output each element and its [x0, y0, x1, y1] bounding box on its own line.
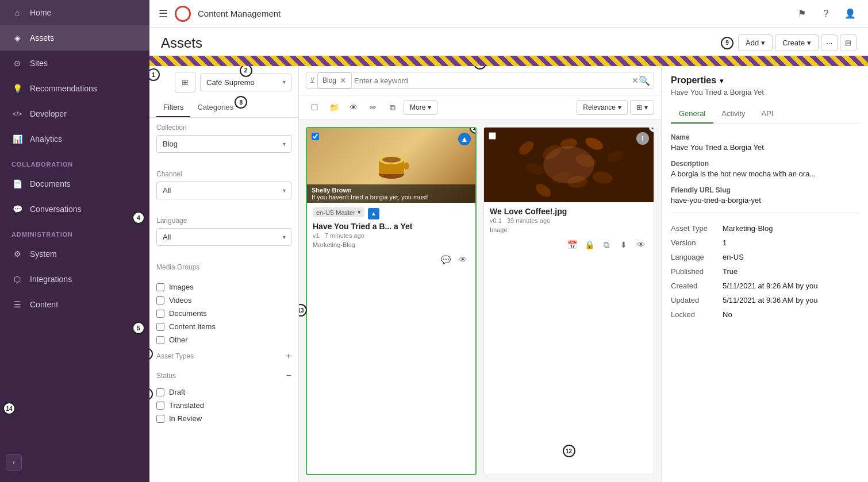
documents-checkbox[interactable]: [156, 310, 164, 318]
blog-filter-tag[interactable]: Blog ✕: [317, 72, 352, 88]
in-review-checkbox[interactable]: [156, 415, 164, 423]
app-logo: [175, 6, 191, 22]
slug-label: Friendly URL Slug: [671, 186, 859, 194]
content-row: 1 ⊞ 2 Café Supremo Filters Categ: [149, 66, 868, 482]
card1-description: If you haven't tried a borgia yet, you m…: [312, 194, 471, 200]
asset-card-1[interactable]: 10 Shelly Brown: [306, 127, 477, 475]
properties-panel: Properties ▾ Have You Tried a Borgia Yet…: [661, 66, 868, 482]
callout-3: 3: [474, 66, 486, 70]
tab-api[interactable]: API: [753, 105, 781, 124]
content-icon: ☰: [11, 299, 23, 310]
sidebar-item-analytics[interactable]: 📊 Analytics: [0, 126, 149, 152]
card2-meta: v0.1 39 minutes ago: [490, 217, 648, 224]
copy-icon-btn[interactable]: ⧉: [384, 99, 401, 116]
asset-card-2[interactable]: 11 12: [483, 127, 654, 475]
media-groups-section: Media Groups: [149, 257, 298, 280]
tab-activity[interactable]: Activity: [713, 105, 753, 124]
collection-dropdown[interactable]: Blog Marketing News: [156, 135, 291, 153]
callout-1: 1: [149, 68, 160, 81]
system-icon: ⚙: [11, 248, 23, 260]
grid-view-button[interactable]: ⊞ ▾: [630, 100, 654, 115]
search-clear-icon[interactable]: ✕: [632, 76, 639, 85]
preview-icon-btn[interactable]: 👁: [345, 99, 362, 116]
sidebar-item-documents[interactable]: 📄 Documents: [0, 171, 149, 196]
add-button[interactable]: Add ▾: [738, 34, 773, 51]
create-button[interactable]: Create ▾: [775, 34, 819, 51]
tab-general[interactable]: General: [671, 105, 713, 124]
locale-chevron: ▾: [358, 209, 361, 216]
card1-checkbox[interactable]: [312, 133, 319, 140]
videos-checkbox[interactable]: [156, 296, 164, 304]
tab-categories[interactable]: Categories: [190, 98, 240, 117]
panel-toggle-button[interactable]: ⊟: [840, 34, 857, 51]
user-icon[interactable]: 👤: [842, 5, 859, 22]
sidebar-collapse-button[interactable]: ‹: [6, 454, 22, 471]
language-value: en-US: [723, 250, 859, 264]
checkbox-translated[interactable]: Translated: [156, 399, 291, 412]
card2-lock-btn[interactable]: 🔒: [582, 238, 596, 252]
card2-copy-btn[interactable]: ⧉: [600, 238, 613, 252]
assets-grid: 10 Shelly Brown: [299, 120, 661, 482]
card1-chat-btn[interactable]: 💬: [439, 253, 452, 267]
language-dropdown[interactable]: All en-US es-ES: [156, 228, 291, 246]
checkbox-content-items[interactable]: Content Items: [156, 320, 291, 333]
filter-search-row: 1 ⊞ 2 Café Supremo: [149, 66, 298, 98]
callout-5: 5: [132, 322, 145, 334]
sidebar-item-conversations[interactable]: 💬 Conversations: [0, 196, 149, 222]
checkbox-videos[interactable]: Videos: [156, 294, 291, 307]
select-all-button[interactable]: ☐: [306, 99, 323, 116]
card1-image: Shelly Brown If you haven't tried a borg…: [307, 128, 475, 203]
filter-icon-button[interactable]: ⊞: [175, 72, 195, 92]
card1-preview-btn[interactable]: 👁: [456, 253, 470, 267]
tab-filters[interactable]: Filters: [156, 98, 190, 117]
more-actions-button[interactable]: More ▾: [404, 100, 437, 115]
hamburger-menu[interactable]: ☰: [159, 7, 168, 20]
checkbox-documents[interactable]: Documents: [156, 307, 291, 320]
checkbox-images[interactable]: Images: [156, 280, 291, 294]
sidebar-item-integrations[interactable]: ⬡ Integrations: [0, 267, 149, 292]
recommendations-icon: 💡: [11, 83, 23, 94]
card2-download-btn[interactable]: ⬇: [617, 238, 631, 252]
search-input[interactable]: [352, 74, 632, 88]
edit-icon-btn[interactable]: ✏: [364, 99, 382, 116]
sidebar-item-content[interactable]: ☰ Content: [0, 292, 149, 317]
properties-asset-name: Have You Tried a Borgia Yet: [671, 88, 859, 97]
content-items-checkbox[interactable]: [156, 323, 164, 331]
channel-select[interactable]: All Web Mobile: [156, 182, 291, 199]
relevance-sort-button[interactable]: Relevance ▾: [577, 100, 628, 115]
folder-icon-btn[interactable]: 📁: [325, 99, 343, 116]
help-icon[interactable]: ?: [817, 5, 835, 22]
language-select[interactable]: All en-US es-ES: [156, 228, 291, 246]
analytics-icon: 📊: [11, 133, 23, 145]
remove-status-button[interactable]: −: [286, 371, 291, 381]
search-wrapper: ⊻ Blog ✕ ✕ 🔍: [306, 72, 654, 89]
card2-preview-btn[interactable]: 👁: [634, 238, 648, 252]
other-checkbox[interactable]: [156, 336, 164, 344]
remove-filter-tag-btn[interactable]: ✕: [340, 76, 347, 85]
images-checkbox[interactable]: [156, 283, 164, 291]
add-asset-type-button[interactable]: +: [286, 351, 291, 361]
draft-checkbox[interactable]: [156, 388, 164, 396]
sidebar-item-system[interactable]: ⚙ System: [0, 241, 149, 267]
checkbox-other[interactable]: Other: [156, 333, 291, 346]
svg-point-3: [382, 157, 401, 163]
checkbox-in-review[interactable]: In Review: [156, 412, 291, 425]
more-chevron-icon: ▾: [428, 103, 431, 111]
sidebar-item-sites[interactable]: ⊙ Sites: [0, 51, 149, 76]
properties-title: Properties: [671, 75, 716, 86]
published-value: True: [723, 264, 859, 279]
sidebar-item-assets[interactable]: ◈ Assets: [0, 25, 149, 51]
sidebar-item-recommendations[interactable]: 💡 Recommendations: [0, 76, 149, 101]
language-filter: Language All en-US es-ES: [149, 211, 298, 257]
collection-select[interactable]: Blog Marketing News: [156, 135, 291, 153]
sidebar-item-home[interactable]: ⌂ Home: [0, 0, 149, 25]
channel-dropdown[interactable]: All Web Mobile: [156, 182, 291, 199]
card2-calendar-btn[interactable]: 📅: [565, 238, 579, 252]
flag-icon[interactable]: ⚑: [793, 5, 811, 22]
more-options-button[interactable]: ···: [821, 34, 838, 51]
search-button[interactable]: 🔍: [639, 75, 650, 86]
card2-checkbox[interactable]: [489, 132, 496, 140]
checkbox-draft[interactable]: Draft: [156, 385, 291, 399]
translated-checkbox[interactable]: [156, 402, 164, 410]
sidebar-item-developer[interactable]: </> Developer: [0, 101, 149, 126]
